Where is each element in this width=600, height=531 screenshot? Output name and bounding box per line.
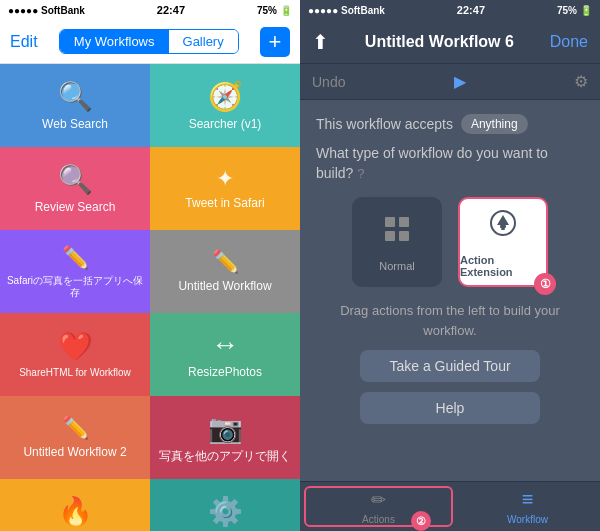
- content-area: This workflow accepts Anything What type…: [300, 100, 600, 481]
- workflow-tab-label: Workflow: [507, 514, 548, 525]
- svg-marker-5: [497, 215, 509, 225]
- list-item[interactable]: ✏️ Untitled Workflow: [150, 230, 300, 313]
- resize-icon: ↔️: [211, 329, 239, 361]
- list-item[interactable]: ✏️ Untitled Workflow 2: [0, 396, 150, 479]
- gear-icon: ⚙️: [208, 495, 243, 528]
- edit-button[interactable]: Edit: [10, 33, 38, 51]
- svg-rect-3: [399, 231, 409, 241]
- list-item[interactable]: 🔍 Web Search: [0, 64, 150, 147]
- guided-tour-button[interactable]: Take a Guided Tour: [360, 350, 540, 382]
- share-icon[interactable]: ⬆: [312, 30, 329, 54]
- undo-bar: Undo ▶ ⚙: [300, 64, 600, 100]
- question-text: What type of workflow do you want to bui…: [316, 145, 548, 181]
- workflow-label: Review Search: [29, 200, 122, 214]
- workflow-icon: ≡: [522, 488, 534, 511]
- question-row: What type of workflow do you want to bui…: [316, 144, 584, 183]
- undo-label[interactable]: Undo: [312, 74, 345, 90]
- actions-tab[interactable]: ✏ Actions ②: [304, 486, 453, 527]
- pencil-icon: ✏️: [212, 249, 239, 275]
- badge-2: ②: [411, 511, 431, 531]
- battery-icon-right: 🔋: [580, 5, 592, 16]
- status-icons-left: 75% 🔋: [257, 5, 292, 16]
- list-item[interactable]: 📷 写真を他のアプリで開く: [150, 396, 300, 479]
- battery-pct-left: 75%: [257, 5, 277, 16]
- action-ext-icon: [487, 207, 519, 246]
- bottom-tab-bar: ✏ Actions ② ≡ Workflow: [300, 481, 600, 531]
- heart-icon: ❤️: [58, 330, 93, 363]
- accepts-row: This workflow accepts Anything: [316, 114, 584, 134]
- my-workflows-tab[interactable]: My Workflows: [60, 30, 169, 53]
- right-panel: ●●●●● SoftBank 22:47 75% 🔋 ⬆ Untitled Wo…: [300, 0, 600, 531]
- list-item[interactable]: ✏️ Safariの写真を一括アプリへ保存: [0, 230, 150, 313]
- gallery-tab[interactable]: Gallery: [169, 30, 238, 53]
- list-item[interactable]: 🔥 Photos to GIF: [0, 479, 150, 531]
- status-icons-right: 75% 🔋: [557, 5, 592, 16]
- camera-icon: 📷: [208, 412, 243, 445]
- workflow-label: ResizePhotos: [182, 365, 268, 379]
- svg-rect-2: [385, 231, 395, 241]
- list-item[interactable]: 🔍 Review Search: [0, 147, 150, 230]
- left-panel: ●●●●● SoftBank 22:47 75% 🔋 Edit My Workf…: [0, 0, 300, 531]
- carrier-right: ●●●●● SoftBank: [308, 5, 385, 16]
- workflow-label: Searcher (v1): [183, 117, 268, 131]
- help-button[interactable]: Help: [360, 392, 540, 424]
- time-right: 22:47: [457, 4, 485, 16]
- list-item[interactable]: ⚙️ 画像をダウンロード: [150, 479, 300, 531]
- search-icon: 🔍: [58, 163, 93, 196]
- settings-icon[interactable]: ⚙: [574, 72, 588, 91]
- segmented-control: My Workflows Gallery: [59, 29, 239, 54]
- compass-icon: 🧭: [208, 80, 243, 113]
- done-button[interactable]: Done: [550, 33, 588, 51]
- nav-bar-left: Edit My Workflows Gallery +: [0, 20, 300, 64]
- accepts-text: This workflow accepts: [316, 116, 453, 132]
- search-icon: 🔍: [58, 80, 93, 113]
- workflow-label: Web Search: [36, 117, 114, 131]
- actions-tab-label: Actions: [362, 514, 395, 525]
- list-item[interactable]: ❤️ ShareHTML for Workflow: [0, 313, 150, 396]
- workflow-grid: 🔍 Web Search 🧭 Searcher (v1) 🔍 Review Se…: [0, 64, 300, 531]
- battery-icon-left: 🔋: [280, 5, 292, 16]
- normal-label: Normal: [379, 260, 414, 272]
- normal-icon: [381, 213, 413, 252]
- svg-rect-6: [500, 225, 506, 228]
- drag-instructions-text: Drag actions from the left to build your…: [316, 301, 584, 340]
- workflow-tab[interactable]: ≡ Workflow: [455, 482, 600, 531]
- workflow-label: Tweet in Safari: [179, 196, 270, 210]
- play-button[interactable]: ▶: [454, 72, 466, 91]
- pencil-icon: ✏️: [62, 415, 89, 441]
- time-left: 22:47: [157, 4, 185, 16]
- workflow-label: Untitled Workflow 2: [17, 445, 132, 459]
- list-item[interactable]: 🧭 Searcher (v1): [150, 64, 300, 147]
- workflow-label: Safariの写真を一括アプリへ保存: [0, 275, 150, 299]
- status-bar-left: ●●●●● SoftBank 22:47 75% 🔋: [0, 0, 300, 20]
- question-icon: ?: [357, 166, 364, 181]
- status-bar-right: ●●●●● SoftBank 22:47 75% 🔋: [300, 0, 600, 20]
- workflow-title: Untitled Workflow 6: [365, 33, 514, 51]
- list-item[interactable]: ↔️ ResizePhotos: [150, 313, 300, 396]
- workflow-label: Untitled Workflow: [172, 279, 277, 293]
- workflow-label: 写真を他のアプリで開く: [153, 449, 297, 463]
- add-workflow-button[interactable]: +: [260, 27, 290, 57]
- normal-type-option[interactable]: Normal: [352, 197, 442, 287]
- sparkle-icon: ✦: [216, 166, 234, 192]
- fire-icon: 🔥: [58, 495, 93, 528]
- svg-rect-1: [399, 217, 409, 227]
- carrier-left: ●●●●● SoftBank: [8, 5, 85, 16]
- workflow-type-row: Normal Action Extension ①: [316, 197, 584, 287]
- pencil-icon: ✏️: [62, 245, 89, 271]
- action-ext-label: Action Extension: [460, 254, 546, 278]
- badge-1: ①: [534, 273, 556, 295]
- battery-pct-right: 75%: [557, 5, 577, 16]
- nav-bar-right: ⬆ Untitled Workflow 6 Done: [300, 20, 600, 64]
- action-extension-type-option[interactable]: Action Extension ①: [458, 197, 548, 287]
- list-item[interactable]: ✦ Tweet in Safari: [150, 147, 300, 230]
- svg-rect-0: [385, 217, 395, 227]
- svg-rect-7: [501, 228, 505, 230]
- workflow-label: ShareHTML for Workflow: [13, 367, 137, 379]
- anything-badge[interactable]: Anything: [461, 114, 528, 134]
- actions-icon: ✏: [371, 489, 386, 511]
